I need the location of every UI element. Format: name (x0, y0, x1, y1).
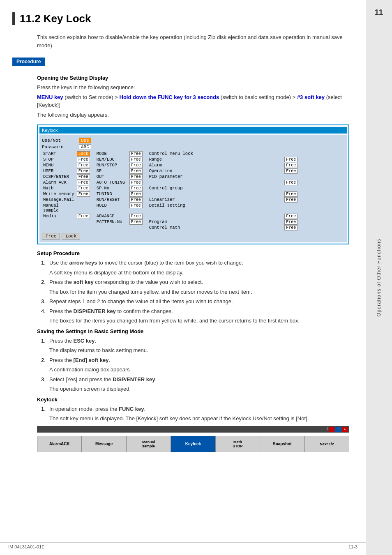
cell: SP (95, 168, 128, 174)
cell (148, 213, 279, 219)
use-value: Use (79, 138, 91, 143)
table-row: Message.Mail RUN/RESET Free Linearizer F… (42, 197, 344, 203)
seq1-rest: (switch to Set mode) > (63, 94, 120, 100)
free-button[interactable]: Free (42, 233, 60, 240)
cell: Free (76, 174, 91, 180)
list-subtext: The soft key menu is displayed. The [Key… (49, 415, 349, 423)
bottom-buttons: Free Lock (42, 233, 344, 240)
list-subtext: The boxes for the items you changed turn… (49, 317, 349, 325)
softkey-manual-sample[interactable]: Manualsample (127, 436, 171, 452)
cell: Free (76, 213, 91, 219)
menu-key-link: MENU key (37, 94, 63, 100)
section-title-text: Key Lock (41, 12, 91, 25)
cell: Free (283, 168, 344, 174)
keylock-table: START Lock MODE Free Control menu lock S… (42, 151, 344, 230)
cell (76, 219, 91, 225)
list-item: 2. Press the soft key corresponding to t… (41, 278, 349, 286)
cell: MODE (95, 151, 128, 157)
cell: REM/LOC (95, 157, 128, 162)
cell: PID parameter (148, 174, 344, 180)
cell: ADVANCE (95, 213, 128, 219)
cell: Message.Mail (42, 197, 76, 203)
softkey-alarmack[interactable]: AlarmACK (37, 436, 82, 452)
keylock-use-row: Use/Not Use (42, 138, 344, 143)
cell: Free (128, 203, 144, 213)
table-row: PATTERN.No Free Program Free (42, 219, 344, 225)
cell: START (42, 151, 76, 157)
keylock-section-list: 1. In operation mode, press the FUNC key… (41, 405, 349, 423)
table-row: Math Free SP.No Free Control group (42, 185, 344, 191)
cell: STOP (42, 157, 76, 162)
cell: Free (283, 219, 344, 225)
cell: Free (76, 162, 91, 168)
cell (148, 180, 279, 185)
cell: Free (76, 168, 91, 174)
keylock-title-bar: Keylock (39, 127, 347, 134)
cell: Range (148, 157, 279, 162)
esc-key-bold: ESC key (74, 338, 95, 344)
list-item: 3. Select [Yes] and press the DISP/ENTER… (41, 375, 349, 384)
use-not-label: Use/Not (42, 138, 79, 143)
cell: Linearizer (148, 197, 279, 203)
intro-text: This section explains how to disable/ena… (37, 33, 349, 49)
table-row: STOP Free REM/LOC Free Range Free (42, 157, 344, 162)
cell: Write memory (42, 191, 76, 197)
softkey-next[interactable]: Next 1/2 (305, 436, 349, 452)
soft-key-bold: soft key (74, 279, 94, 285)
cell: Free (128, 174, 144, 180)
cell: Free (128, 180, 144, 185)
list-text: Repeat steps 1 and 2 to change the value… (49, 297, 349, 306)
cell: HOLD (95, 203, 128, 213)
cell: DISP/ENTER (42, 174, 76, 180)
end-soft-key-bold: [End] soft key (74, 357, 109, 363)
opening-display-title: Opening the Setting Display (37, 75, 349, 81)
cell: Free (128, 219, 144, 225)
cell: Media (42, 213, 76, 219)
table-row: DISP/ENTER Free OUT Free PID parameter (42, 174, 344, 180)
cell: Free (128, 197, 144, 203)
press-keys-text: Press the keys in the following sequence… (37, 83, 349, 92)
cell (42, 225, 148, 230)
cell: Free (283, 197, 344, 203)
cell: Manual sample (42, 203, 76, 213)
cell: Free (128, 151, 144, 157)
list-text: Press the ESC key. (49, 337, 349, 345)
softkey-math-stop[interactable]: MathSTOP (216, 436, 260, 452)
list-text: Press the DISP/ENTER key to confirm the … (49, 307, 349, 315)
softkey-area: U r L AlarmACK Message Manualsample Keyl… (37, 426, 349, 452)
softkey-snapshot[interactable]: Snapshot (260, 436, 304, 452)
keylock-password-row: Password ABC (42, 144, 344, 150)
sidebar-label: Operations of Other Functions (376, 239, 382, 317)
cell: Free (128, 185, 144, 191)
cell: RUN/STOP (95, 162, 128, 168)
disp-enter-key-bold: DISP/ENTER key (74, 308, 116, 314)
cell: SP.No (95, 185, 128, 191)
table-row: MENU Free RUN/STOP Free Alarm Free (42, 162, 344, 168)
cell: Free (128, 168, 144, 174)
display-appears-text: The following display appears. (37, 111, 349, 119)
cell: OUT (95, 174, 128, 180)
softkey-message[interactable]: Message (82, 436, 126, 452)
red-indicator (329, 427, 334, 432)
arrow-keys-bold: arrow keys (69, 260, 97, 266)
cell: Free (76, 191, 91, 197)
cell: RUN/RESET (95, 197, 128, 203)
cell: Free (283, 162, 344, 168)
cell: Free (128, 213, 144, 219)
list-number: 2. (41, 278, 49, 286)
table-row: Control math Free (42, 225, 344, 230)
disp-enter-key2-bold: DISP/ENTER key (113, 376, 155, 382)
softkey-keylock[interactable]: Keylock (171, 436, 215, 452)
menu-seq-text: MENU key (switch to Set mode) > Hold dow… (37, 93, 349, 109)
cell: Control group (148, 185, 344, 191)
table-row: Media Free ADVANCE Free Free (42, 213, 344, 219)
list-number: 1. (41, 259, 49, 267)
saving-settings-list: 1. Press the ESC key. The display return… (41, 337, 349, 393)
cell: Alarm ACK (42, 180, 76, 185)
list-item: 1. Use the arrow keys to move the cursor… (41, 259, 349, 267)
cell: MENU (42, 162, 76, 168)
lock-button[interactable]: Lock (62, 233, 80, 240)
section-header: 11.2 Key Lock (12, 12, 349, 25)
list-item: 3. Repeat steps 1 and 2 to change the va… (41, 297, 349, 306)
list-number: 1. (41, 337, 49, 345)
